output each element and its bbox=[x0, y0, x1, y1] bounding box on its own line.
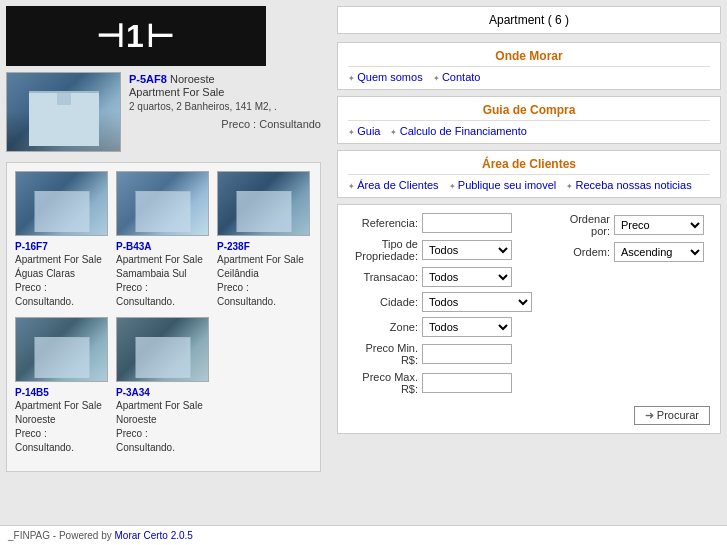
preco-max-row: Preco Max.R$: bbox=[348, 371, 532, 395]
guia-compra-section: Guia de Compra Guia Calculo de Financiam… bbox=[337, 96, 721, 144]
property-info-p238f: Apartment For Sale Ceilândia Preco : Con… bbox=[217, 253, 312, 309]
preco-min-row: Preco Min.R$: bbox=[348, 342, 532, 366]
property-location-p14b5: Noroeste bbox=[15, 413, 110, 427]
area-clientes-links: Área de Clientes Publique seu imovel Rec… bbox=[348, 179, 710, 191]
referencia-label: Referencia: bbox=[348, 217, 418, 229]
logo: ⊣1⊢ bbox=[6, 6, 266, 66]
search-button[interactable]: Procurar bbox=[634, 406, 710, 425]
transacao-select[interactable]: Todos bbox=[422, 267, 512, 287]
right-panel: Apartment ( 6 ) Onde Morar Quem somos Co… bbox=[327, 0, 727, 545]
featured-property: P-5AF8 Noroeste Apartment For Sale 2 qua… bbox=[6, 72, 321, 152]
preco-min-input[interactable] bbox=[422, 344, 512, 364]
contato-link[interactable]: Contato bbox=[433, 71, 481, 83]
form-columns: Referencia: Tipo dePropriedade: Todos Tr… bbox=[348, 213, 710, 400]
form-col-left: Referencia: Tipo dePropriedade: Todos Tr… bbox=[348, 213, 532, 400]
property-id-p14b5: P-14B5 bbox=[15, 385, 110, 399]
property-info-p16f7: Apartment For Sale Águas Claras Preco : … bbox=[15, 253, 110, 309]
property-image-p16f7 bbox=[15, 171, 108, 236]
zone-row: Zone: Todos bbox=[348, 317, 532, 337]
featured-price-label: Preco : bbox=[221, 118, 256, 130]
ordenar-select[interactable]: Preco bbox=[614, 215, 704, 235]
property-link-p16f7[interactable]: P-16F7 bbox=[15, 241, 48, 252]
ordem-row: Ordem: Ascending bbox=[540, 242, 710, 262]
property-location-p238f: Ceilândia bbox=[217, 267, 312, 281]
guia-compra-links: Guia Calculo de Financiamento bbox=[348, 125, 710, 137]
property-type-p16f7: Apartment For Sale bbox=[15, 253, 110, 267]
onde-morar-links: Quem somos Contato bbox=[348, 71, 710, 83]
calculo-link[interactable]: Calculo de Financiamento bbox=[390, 125, 526, 137]
footer-link[interactable]: Morar Certo 2.0.5 bbox=[115, 530, 193, 541]
featured-property-id: P-5AF8 bbox=[129, 73, 167, 85]
property-price-p3a34: Preco : Consultando. bbox=[116, 427, 211, 455]
preco-max-label: Preco Max.R$: bbox=[348, 371, 418, 395]
property-location-pb43a: Samambaia Sul bbox=[116, 267, 211, 281]
footer: _FINPAG - Powered by Morar Certo 2.0.5 bbox=[0, 525, 727, 545]
grid-row-1: P-16F7 Apartment For Sale Águas Claras P… bbox=[15, 171, 312, 309]
property-image-p3a34 bbox=[116, 317, 209, 382]
quem-somos-link[interactable]: Quem somos bbox=[348, 71, 423, 83]
featured-property-type: Apartment For Sale bbox=[129, 86, 321, 98]
list-item: P-14B5 Apartment For Sale Noroeste Preco… bbox=[15, 317, 110, 455]
property-id-p3a34: P-3A34 bbox=[116, 385, 211, 399]
property-id-pb43a: P-B43A bbox=[116, 239, 211, 253]
cidade-select[interactable]: Todos bbox=[422, 292, 532, 312]
property-price-pb43a: Preco : Consultando. bbox=[116, 281, 211, 309]
guia-link[interactable]: Guia bbox=[348, 125, 380, 137]
list-item: P-238F Apartment For Sale Ceilândia Prec… bbox=[217, 171, 312, 309]
publique-imovel-link[interactable]: Publique seu imovel bbox=[449, 179, 557, 191]
featured-price-value: Consultando bbox=[259, 118, 321, 130]
list-item: P-B43A Apartment For Sale Samambaia Sul … bbox=[116, 171, 211, 309]
property-id-p238f: P-238F bbox=[217, 239, 312, 253]
apartment-count-header: Apartment ( 6 ) bbox=[337, 6, 721, 34]
tipo-label: Tipo dePropriedade: bbox=[348, 238, 418, 262]
property-type-p238f: Apartment For Sale bbox=[217, 253, 312, 267]
property-location-p16f7: Águas Claras bbox=[15, 267, 110, 281]
ordenar-label: Ordenarpor: bbox=[540, 213, 610, 237]
list-item: P-16F7 Apartment For Sale Águas Claras P… bbox=[15, 171, 110, 309]
left-panel: ⊣1⊢ P-5AF8 Noroeste Apartment For Sale 2… bbox=[0, 0, 327, 545]
ordem-select[interactable]: Ascending bbox=[614, 242, 704, 262]
featured-property-id-row: P-5AF8 Noroeste bbox=[129, 72, 321, 86]
cidade-row: Cidade: Todos bbox=[348, 292, 532, 312]
property-link-pb43a[interactable]: P-B43A bbox=[116, 241, 152, 252]
property-id-p16f7: P-16F7 bbox=[15, 239, 110, 253]
property-price-p238f: Preco : Consultando. bbox=[217, 281, 312, 309]
transacao-label: Transacao: bbox=[348, 271, 418, 283]
guia-compra-title: Guia de Compra bbox=[348, 103, 710, 121]
referencia-row: Referencia: bbox=[348, 213, 532, 233]
property-price-p14b5: Preco : Consultando. bbox=[15, 427, 110, 455]
featured-property-link[interactable]: P-5AF8 bbox=[129, 73, 170, 85]
zone-label: Zone: bbox=[348, 321, 418, 333]
featured-property-price: Preco : Consultando bbox=[129, 118, 321, 130]
property-link-p3a34[interactable]: P-3A34 bbox=[116, 387, 150, 398]
property-image-p14b5 bbox=[15, 317, 108, 382]
property-image-p238f bbox=[217, 171, 310, 236]
logo-text: ⊣1⊢ bbox=[96, 17, 176, 55]
grid-row-2: P-14B5 Apartment For Sale Noroeste Preco… bbox=[15, 317, 312, 455]
tipo-select[interactable]: Todos bbox=[422, 240, 512, 260]
area-clientes-section: Área de Clientes Área de Clientes Publiq… bbox=[337, 150, 721, 198]
property-info-pb43a: Apartment For Sale Samambaia Sul Preco :… bbox=[116, 253, 211, 309]
cidade-label: Cidade: bbox=[348, 296, 418, 308]
preco-max-input[interactable] bbox=[422, 373, 512, 393]
property-location-p3a34: Noroeste bbox=[116, 413, 211, 427]
area-clientes-link[interactable]: Área de Clientes bbox=[348, 179, 439, 191]
onde-morar-title: Onde Morar bbox=[348, 49, 710, 67]
featured-property-image bbox=[6, 72, 121, 152]
properties-grid: P-16F7 Apartment For Sale Águas Claras P… bbox=[6, 162, 321, 472]
property-info-p3a34: Apartment For Sale Noroeste Preco : Cons… bbox=[116, 399, 211, 455]
search-form: Referencia: Tipo dePropriedade: Todos Tr… bbox=[337, 204, 721, 434]
property-link-p14b5[interactable]: P-14B5 bbox=[15, 387, 49, 398]
ordem-label: Ordem: bbox=[540, 246, 610, 258]
referencia-input[interactable] bbox=[422, 213, 512, 233]
featured-property-location: Noroeste bbox=[170, 73, 215, 85]
form-col-right: Ordenarpor: Preco Ordem: Ascending bbox=[540, 213, 710, 400]
transacao-row: Transacao: Todos bbox=[348, 267, 532, 287]
property-link-p238f[interactable]: P-238F bbox=[217, 241, 250, 252]
receba-noticias-link[interactable]: Receba nossas noticias bbox=[566, 179, 691, 191]
zone-select[interactable]: Todos bbox=[422, 317, 512, 337]
preco-min-label: Preco Min.R$: bbox=[348, 342, 418, 366]
featured-property-info: P-5AF8 Noroeste Apartment For Sale 2 qua… bbox=[129, 72, 321, 152]
onde-morar-section: Onde Morar Quem somos Contato bbox=[337, 42, 721, 90]
property-type-p14b5: Apartment For Sale bbox=[15, 399, 110, 413]
